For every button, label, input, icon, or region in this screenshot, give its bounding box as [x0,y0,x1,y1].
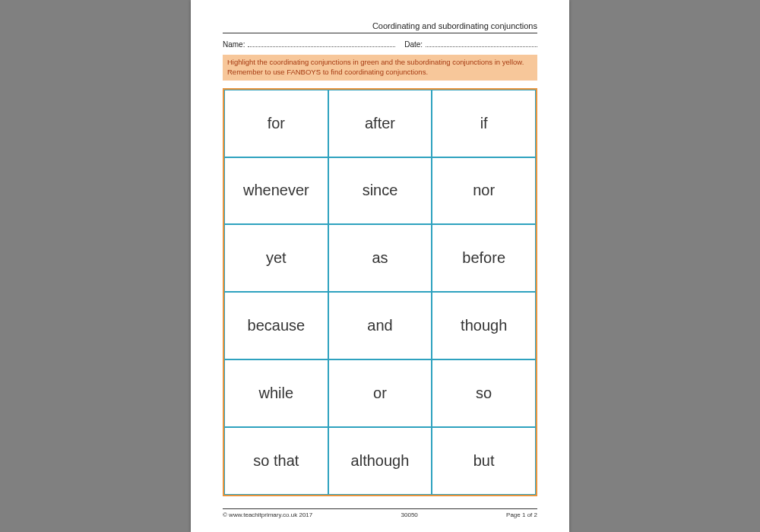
grid-cell[interactable]: although [328,427,432,495]
title-rule [223,33,537,33]
grid-cell[interactable]: as [328,224,432,292]
instructions-box: Highlight the coordinating conjunctions … [223,55,537,81]
grid-cell[interactable]: yet [224,224,328,292]
name-date-row: Name: Date: [223,40,537,49]
grid-cell[interactable]: if [432,90,536,157]
grid-cell[interactable]: so that [224,427,328,495]
date-label: Date: [404,40,423,49]
grid-wrap: for after if whenever since nor yet as b… [223,88,537,496]
grid-cell[interactable]: though [432,292,536,359]
name-label: Name: [223,40,245,49]
footer-code: 30050 [401,511,418,518]
footer-copyright: © www.teachitprimary.co.uk 2017 [223,511,312,518]
grid-cell[interactable]: but [432,427,536,495]
grid-cell[interactable]: or [328,359,432,427]
grid-cell[interactable]: after [328,90,432,157]
grid-cell[interactable]: while [224,359,328,427]
grid-cell[interactable]: whenever [224,157,328,225]
worksheet-page: Coordinating and subordinating conjuncti… [191,0,569,532]
grid-cell[interactable]: because [224,292,328,359]
grid-cell[interactable]: for [224,90,328,157]
name-input-line[interactable] [248,40,395,47]
grid-cell[interactable]: nor [432,157,536,225]
date-input-line[interactable] [426,40,537,47]
footer-page: Page 1 of 2 [506,511,537,518]
conjunction-grid: for after if whenever since nor yet as b… [223,88,537,496]
grid-cell[interactable]: before [432,224,536,292]
grid-cell[interactable]: so [432,359,536,427]
page-title: Coordinating and subordinating conjuncti… [223,21,537,33]
grid-cell[interactable]: since [328,157,432,225]
name-field: Name: [223,40,395,49]
page-footer: © www.teachitprimary.co.uk 2017 30050 Pa… [223,508,537,518]
date-field: Date: [404,40,537,49]
grid-cell[interactable]: and [328,292,432,359]
